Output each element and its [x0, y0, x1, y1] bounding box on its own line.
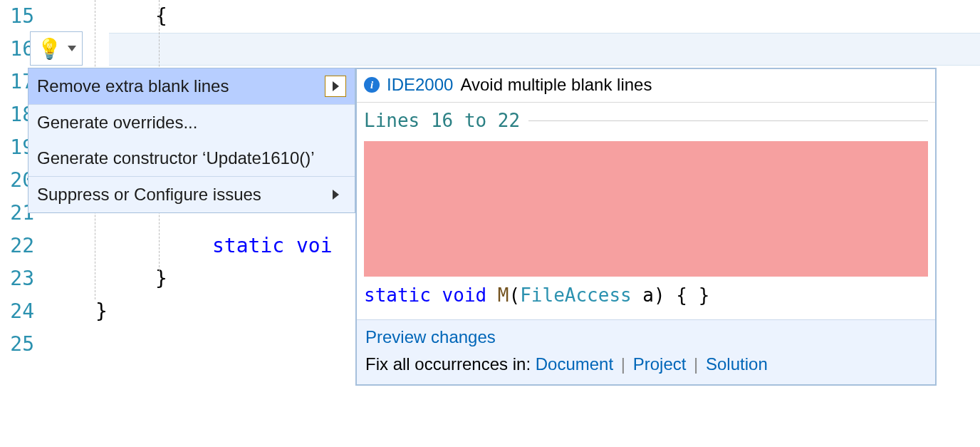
line-number: 22	[0, 230, 34, 262]
menu-item-label: Generate overrides...	[37, 105, 197, 140]
quickfix-suppress-configure[interactable]: Suppress or Configure issues	[28, 177, 355, 212]
separator-text: |	[691, 354, 701, 374]
method-name: M	[498, 284, 509, 306]
lightbulb-button[interactable]: 💡	[30, 31, 83, 66]
current-line-highlight	[109, 33, 980, 66]
code-rest: ) { }	[654, 284, 709, 306]
diagnostic-message: Avoid multiple blank lines	[460, 75, 652, 95]
quick-actions-menu: Remove extra blank lines Generate overri…	[28, 68, 355, 213]
preview-range-row: Lines 16 to 22	[364, 107, 928, 141]
fix-preview-pane: i IDE2000 Avoid multiple blank lines Lin…	[355, 68, 937, 386]
lightbulb-icon: 💡	[37, 37, 62, 61]
preview-range-label: Lines 16 to 22	[364, 110, 520, 131]
line-number: 23	[0, 262, 34, 295]
keyword-text: void	[442, 284, 487, 306]
keyword-text: static voi	[212, 234, 333, 257]
diff-deleted-block	[364, 141, 928, 277]
menu-item-label: Generate constructor ‘Update1610()’	[37, 140, 315, 176]
code-line: {	[41, 0, 980, 33]
line-number: 15	[0, 0, 34, 33]
keyword-text: static	[364, 284, 431, 306]
quickfix-generate-constructor[interactable]: Generate constructor ‘Update1610()’	[28, 140, 355, 176]
fix-scope-project[interactable]: Project	[633, 354, 687, 374]
quickfix-remove-blank-lines[interactable]: Remove extra blank lines	[28, 68, 355, 104]
line-number: 24	[0, 295, 34, 328]
preview-footer: Preview changes Fix all occurrences in: …	[357, 319, 935, 384]
separator-text: |	[618, 354, 628, 374]
preview-body: Lines 16 to 22 static void M(FileAccess …	[357, 103, 935, 319]
info-icon: i	[364, 77, 380, 93]
preview-changes-link[interactable]: Preview changes	[365, 327, 496, 346]
submenu-arrow-icon	[325, 76, 346, 97]
line-number: 25	[0, 328, 34, 361]
menu-item-label: Remove extra blank lines	[37, 68, 229, 104]
diagnostic-rule-id[interactable]: IDE2000	[387, 75, 453, 95]
preview-header: i IDE2000 Avoid multiple blank lines	[357, 69, 935, 103]
chevron-down-icon	[68, 46, 76, 51]
preview-code-line: static void M(FileAccess a) { }	[364, 282, 928, 308]
menu-item-label: Suppress or Configure issues	[37, 177, 261, 212]
type-name: FileAccess	[520, 284, 632, 306]
fix-all-row: Fix all occurrences in: Document | Proje…	[365, 354, 927, 374]
quickfix-generate-overrides[interactable]: Generate overrides...	[28, 105, 355, 140]
fix-all-label: Fix all occurrences in:	[365, 354, 536, 374]
line-number: 16	[0, 33, 34, 66]
fix-scope-document[interactable]: Document	[536, 354, 613, 374]
param-name: a	[632, 284, 654, 306]
paren: (	[509, 284, 521, 306]
submenu-arrow-icon	[325, 184, 346, 205]
horizontal-rule	[528, 120, 928, 121]
fix-scope-solution[interactable]: Solution	[706, 354, 768, 374]
